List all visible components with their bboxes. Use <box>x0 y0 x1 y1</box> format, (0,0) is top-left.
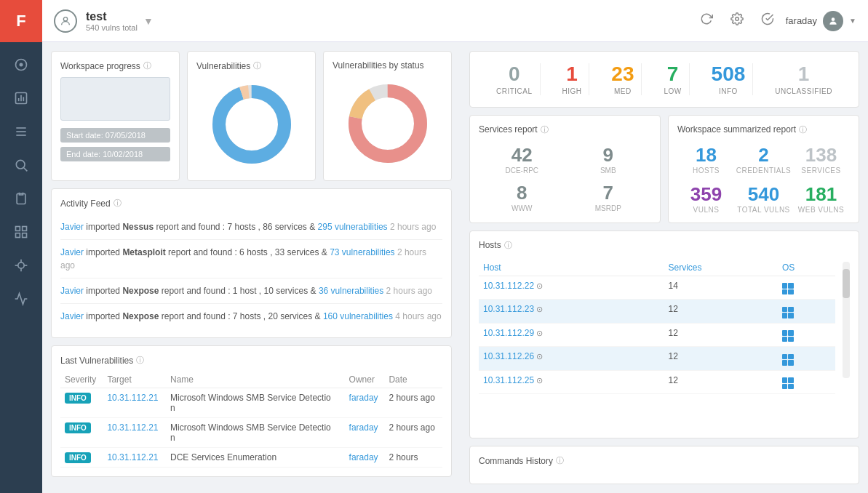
reports-icon[interactable] <box>4 83 39 113</box>
windows-os-icon <box>782 307 794 318</box>
dce-rpc-label: DCE-RPC <box>479 167 565 175</box>
activity-time-3: 2 hours ago <box>386 286 432 296</box>
target-link[interactable]: 10.31.112.21 <box>103 388 166 418</box>
vuln-link-4[interactable]: 160 vulnerabilities <box>323 311 393 321</box>
owner-link[interactable]: faraday <box>345 418 385 448</box>
host-target-icon-4: ⊙ <box>536 352 543 361</box>
msrdp-value: 7 <box>565 182 652 204</box>
check-button[interactable] <box>758 9 777 32</box>
activity-user-2[interactable]: Javier <box>60 247 84 257</box>
web-vulns-label: WEB VULNS <box>792 206 850 214</box>
host-target-icon-1: ⊙ <box>536 281 543 290</box>
clipboard-icon[interactable] <box>4 183 39 214</box>
settings-button[interactable] <box>728 9 746 32</box>
table-row: 10.31.112.29 ⊙ 12 <box>479 323 835 347</box>
vulnerabilities-table: Severity Target Name Owner Date INFO 10.… <box>60 372 442 468</box>
hosts-title: Hosts ⓘ <box>479 240 835 251</box>
smb-value: 9 <box>565 144 652 167</box>
chart-icon[interactable] <box>4 284 39 314</box>
grid-icon[interactable] <box>4 217 39 247</box>
owner-link[interactable]: faraday <box>345 448 385 468</box>
vuln-link-1[interactable]: 295 vulnerabilities <box>318 222 388 232</box>
last-vulns-info-icon[interactable]: ⓘ <box>136 355 144 366</box>
vulns-summary-item: 359 VULNS <box>677 183 735 214</box>
activity-user-4[interactable]: Javier <box>60 311 84 321</box>
dce-rpc-value: 42 <box>479 144 565 167</box>
activity-time-4: 4 hours ago <box>395 311 441 321</box>
table-row: INFO 10.31.112.21 DCE Services Enumerati… <box>60 448 442 468</box>
unclassified-label: UNCLASSIFIED <box>775 87 832 95</box>
www-label: WWW <box>479 204 565 212</box>
severity-badge: INFO <box>60 448 103 468</box>
vulns-label: VULNS <box>677 206 735 214</box>
med-item: 23 MED <box>604 63 642 95</box>
commands-info-icon[interactable]: ⓘ <box>556 455 564 466</box>
activity-feed-info-icon[interactable]: ⓘ <box>114 198 122 209</box>
svg-point-9 <box>16 160 25 169</box>
vuln-donut-info-icon[interactable]: ⓘ <box>253 60 261 71</box>
bug-icon[interactable] <box>4 250 39 281</box>
www-item: 8 WWW <box>479 182 565 212</box>
svg-rect-15 <box>23 233 27 238</box>
search-icon[interactable] <box>4 150 39 180</box>
commands-history-card: Commands History ⓘ <box>469 446 859 484</box>
progress-info-icon[interactable]: ⓘ <box>143 60 151 71</box>
services-info-icon[interactable]: ⓘ <box>541 124 549 135</box>
col-os: OS <box>778 260 835 276</box>
vulnerabilities-donut-card: Vulnerabilities ⓘ <box>187 51 316 181</box>
main-area: test 540 vulns total ▼ faraday ▼ <box>42 0 868 493</box>
critical-label: CRITICAL <box>496 87 533 95</box>
start-date-button[interactable]: Start date: 07/05/2018 <box>60 128 170 143</box>
target-link[interactable]: 10.31.112.21 <box>103 448 166 468</box>
hosts-label: HOSTS <box>677 167 735 175</box>
sidebar: F <box>0 0 42 493</box>
col-date: Date <box>384 372 442 388</box>
refresh-button[interactable] <box>697 9 716 32</box>
host-target-icon-3: ⊙ <box>536 329 543 337</box>
vuln-link-3[interactable]: 36 vulnerabilities <box>319 286 383 296</box>
host-ip-5: 10.31.112.25 ⊙ <box>479 370 664 394</box>
high-value: 1 <box>562 63 581 86</box>
vuln-link-2[interactable]: 73 vulnerabilities <box>330 247 394 257</box>
hosts-card: Hosts ⓘ Host Services OS <box>469 231 859 438</box>
content-area: Workspace progress ⓘ Start date: 07/05/2… <box>42 42 868 493</box>
vuln-status-card: Vulnerabilities by status <box>323 51 452 181</box>
scrollbar-track[interactable] <box>843 262 850 378</box>
topbar: test 540 vulns total ▼ faraday ▼ <box>42 0 868 42</box>
summary-info-icon[interactable]: ⓘ <box>799 124 807 135</box>
owner-link[interactable]: faraday <box>345 388 385 418</box>
med-value: 23 <box>611 63 634 86</box>
hosts-content: Hosts ⓘ Host Services OS <box>479 240 850 395</box>
high-label: HIGH <box>562 87 581 95</box>
target-link[interactable]: 10.31.112.21 <box>103 418 166 448</box>
table-row: INFO 10.31.112.21 Microsoft Windows SMB … <box>60 418 442 448</box>
low-label: LOW <box>664 87 681 95</box>
host-target-icon-5: ⊙ <box>536 376 543 385</box>
summary-grid: 18 HOSTS 2 CREDENTIALS 138 SERVICES 35 <box>677 144 850 214</box>
msrdp-item: 7 MSRDP <box>565 182 652 212</box>
end-date-button[interactable]: End date: 10/02/2018 <box>60 147 170 161</box>
user-menu[interactable]: faraday ▼ <box>786 11 856 31</box>
table-row: 10.31.112.25 ⊙ 12 <box>479 370 835 394</box>
activity-user-3[interactable]: Javier <box>60 286 84 296</box>
user-avatar <box>823 11 843 31</box>
credentials-summary-item: 2 CREDENTIALS <box>735 144 792 175</box>
workspace-dropdown-arrow[interactable]: ▼ <box>143 15 154 27</box>
topbar-actions <box>697 9 777 32</box>
list-icon[interactable] <box>4 116 39 147</box>
services-label: SERVICES <box>792 167 850 175</box>
info-value: 508 <box>712 63 746 86</box>
web-vulns-value: 181 <box>792 183 850 206</box>
hosts-info-icon[interactable]: ⓘ <box>504 240 512 251</box>
info-label: INFO <box>712 87 746 95</box>
username: faraday <box>786 15 817 26</box>
dashboard-icon[interactable] <box>4 49 39 80</box>
activity-user-1[interactable]: Javier <box>60 222 84 232</box>
col-severity: Severity <box>60 372 103 388</box>
last-vulnerabilities-card: Last Vulnerabilities ⓘ Severity Target N… <box>51 345 452 477</box>
high-item: 1 HIGH <box>554 63 589 95</box>
windows-os-icon <box>782 283 794 294</box>
scrollbar-thumb[interactable] <box>843 269 850 298</box>
vuln-name: DCE Services Enumeration <box>166 448 345 468</box>
list-item: Javier imported Nexpose report and found… <box>60 304 442 329</box>
